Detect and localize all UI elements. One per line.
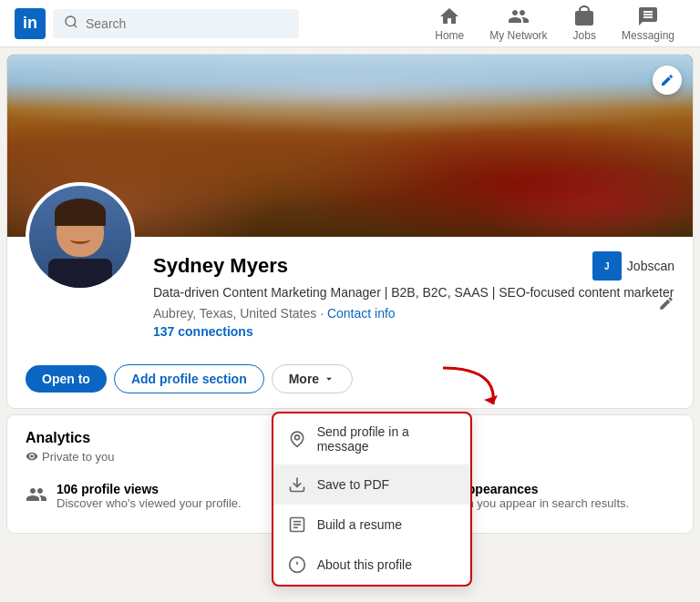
search-bar[interactable] — [53, 9, 299, 38]
profile-location: Aubrey, Texas, United States · Contact i… — [153, 306, 674, 321]
search-icon — [64, 15, 78, 33]
profile-headline: Data-driven Content Marketing Manager | … — [153, 284, 674, 302]
contact-info-link[interactable]: Contact info — [327, 306, 396, 321]
nav-items: Home My Network Jobs Messaging — [424, 0, 685, 47]
dropdown-item-save-pdf[interactable]: Save to PDF — [273, 464, 470, 505]
company-badge: J Jobscan — [592, 251, 674, 281]
build-resume-label: Build a resume — [317, 517, 402, 532]
add-profile-section-button[interactable]: Add profile section — [114, 364, 264, 393]
edit-profile-button[interactable] — [654, 291, 678, 318]
save-pdf-label: Save to PDF — [317, 477, 389, 492]
nav-item-jobs[interactable]: Jobs — [562, 0, 607, 47]
svg-point-2 — [294, 434, 299, 439]
dropdown-item-send-profile[interactable]: Send profile in a message — [273, 413, 470, 464]
svg-line-1 — [74, 25, 77, 27]
cover-edit-button[interactable] — [653, 66, 682, 95]
avatar-face — [29, 186, 131, 288]
navbar: in Home My Network Jobs Messaging — [0, 0, 700, 47]
svg-point-0 — [66, 16, 76, 26]
nav-item-messaging[interactable]: Messaging — [611, 0, 685, 47]
profile-views-desc: Discover who's viewed your profile. — [57, 496, 242, 512]
save-pdf-icon — [288, 475, 306, 494]
company-name: Jobscan — [627, 259, 674, 273]
profile-connections[interactable]: 137 connections — [153, 324, 674, 339]
nav-item-network[interactable]: My Network — [479, 0, 558, 47]
action-buttons: Open to Add profile section More Send pr… — [7, 364, 693, 408]
send-profile-label: Send profile in a message — [317, 424, 456, 454]
avatar — [26, 182, 135, 291]
profile-name-row: Sydney Myers J Jobscan — [153, 251, 674, 281]
profile-name: Sydney Myers — [153, 254, 288, 278]
more-button-wrapper: More Send profile in a message Save to P… — [272, 364, 353, 393]
open-to-button[interactable]: Open to — [26, 365, 107, 393]
about-profile-icon — [288, 556, 306, 574]
profile-views-icon — [26, 484, 47, 509]
nav-item-home[interactable]: Home — [424, 0, 475, 47]
dropdown-menu: Send profile in a message Save to PDF Bu… — [272, 412, 472, 587]
build-resume-icon — [288, 515, 306, 534]
company-logo: J — [592, 251, 622, 281]
profile-views-text: 106 profile views Discover who's viewed … — [57, 482, 242, 512]
more-button[interactable]: More — [272, 364, 353, 393]
search-input[interactable] — [86, 16, 288, 31]
profile-card: Sydney Myers J Jobscan Data-driven Conte… — [7, 55, 693, 408]
profile-views-count: 106 profile views — [57, 482, 242, 496]
send-profile-icon — [288, 430, 306, 448]
linkedin-logo[interactable]: in — [15, 8, 46, 39]
svg-marker-11 — [484, 395, 498, 404]
chevron-down-icon — [323, 372, 335, 385]
dropdown-item-build-resume[interactable]: Build a resume — [273, 505, 470, 545]
eye-icon — [26, 450, 38, 463]
dropdown-item-about-profile[interactable]: About this profile — [273, 545, 470, 585]
logo-text: in — [23, 14, 37, 33]
about-profile-label: About this profile — [317, 557, 412, 572]
